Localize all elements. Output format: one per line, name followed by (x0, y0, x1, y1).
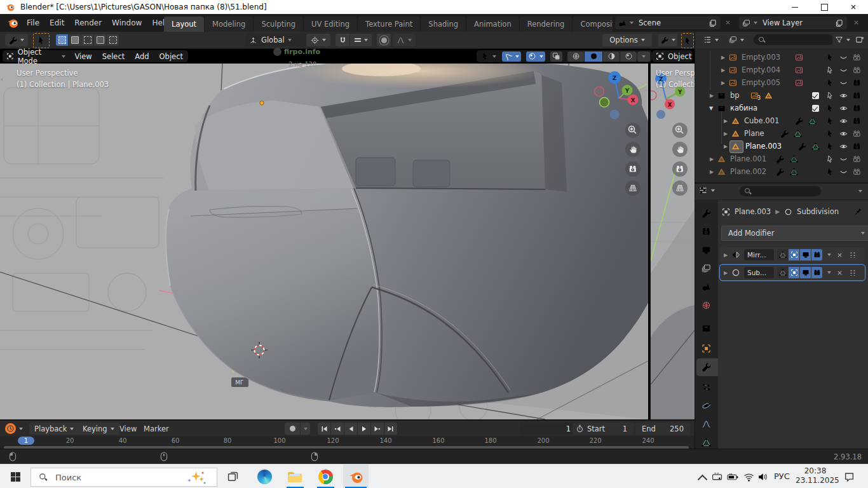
expand-icon[interactable]: ▶ (722, 118, 729, 124)
render-disable-icon[interactable] (851, 53, 862, 62)
shading-material-button[interactable] (603, 51, 620, 62)
tray-battery-icon[interactable] (727, 471, 739, 482)
render-enable-icon[interactable] (851, 104, 862, 112)
taskbar-search-box[interactable]: Поиск (31, 468, 217, 487)
collapse-icon[interactable]: ▼ (708, 105, 714, 111)
modifier-extras-dropdown[interactable] (827, 271, 831, 274)
task-view-button[interactable] (220, 464, 245, 488)
workspace-tab-sculpting[interactable]: Sculpting (254, 17, 303, 32)
outliner-search-input[interactable] (754, 34, 834, 45)
pin-icon[interactable] (854, 207, 862, 215)
on-cage-toggle[interactable] (777, 267, 788, 278)
on-cage-toggle[interactable] (777, 249, 788, 261)
selectable-icon[interactable] (825, 117, 835, 125)
outliner-row-plane-003[interactable]: ▶ Plane.003 (695, 140, 868, 152)
marker-menu[interactable]: Marker (144, 424, 169, 433)
menu-window[interactable]: Window (107, 18, 147, 27)
hide-icon[interactable] (838, 168, 848, 176)
expand-icon[interactable]: ▶ (709, 93, 715, 98)
hide-icon[interactable] (838, 79, 848, 87)
overlays-toggle[interactable] (526, 51, 545, 62)
selectable-icon[interactable] (825, 104, 835, 112)
timeline-ruler[interactable]: 20 40 60 80 100 120 140 160 180 200 220 … (0, 436, 695, 445)
breadcrumb-modifier[interactable]: Subdivision (797, 207, 839, 216)
viewport-menu-object[interactable]: Object (154, 52, 188, 61)
expand-icon[interactable]: ▶ (722, 144, 729, 149)
realtime-toggle[interactable] (800, 249, 811, 261)
viewport-3d[interactable]: ПУТЕШЕСТВУЙТЕ С ПОЛНОЙ КОМПЛЕКТАЦИЕЙ Смо… (0, 64, 648, 419)
playhead[interactable]: 1 (18, 437, 34, 445)
tab-physics[interactable] (702, 401, 711, 410)
render-disable-icon[interactable] (851, 168, 862, 176)
tab-output[interactable] (702, 245, 711, 255)
proportional-editing-toggle[interactable] (377, 34, 391, 46)
hide-icon[interactable] (838, 92, 848, 100)
workspace-tab-texture-paint[interactable]: Texture Paint (358, 17, 420, 32)
search-highlights-icon[interactable] (187, 470, 207, 485)
shading-rendered-button[interactable] (620, 51, 637, 62)
keying-menu[interactable]: Keying (78, 423, 119, 435)
tab-scene[interactable] (702, 282, 711, 292)
viewport-menu-view[interactable]: View (69, 52, 97, 61)
selectable-icon[interactable] (825, 142, 835, 151)
view-layer-copy-icon[interactable] (835, 19, 843, 27)
maximize-button[interactable] (810, 0, 839, 14)
shading-wireframe-button[interactable] (567, 51, 584, 62)
hide-icon[interactable] (838, 66, 848, 74)
viewport2-tool-type-button[interactable] (658, 34, 677, 46)
select-mode-set-button[interactable] (56, 34, 68, 46)
tab-particles[interactable] (702, 383, 711, 392)
outliner-editor-type-button[interactable] (700, 34, 722, 46)
drag-handle[interactable] (850, 252, 857, 258)
shading-dropdown[interactable] (637, 51, 650, 62)
add-modifier-dropdown[interactable]: Add Modifier (721, 226, 868, 241)
scene-name[interactable]: Scene (639, 18, 661, 27)
frame-end-field[interactable]: End 250 (635, 423, 690, 435)
proportional-falloff-dropdown[interactable] (393, 34, 416, 46)
tray-volume-icon[interactable] (757, 471, 768, 482)
selectable-icon[interactable] (825, 53, 835, 62)
view-layer-selector[interactable]: View Layer (739, 17, 847, 29)
realtime-toggle[interactable] (800, 267, 811, 278)
tab-render[interactable] (702, 227, 711, 236)
playback-menu[interactable]: Playback (29, 423, 79, 435)
render-disable-icon[interactable] (851, 66, 862, 74)
edit-mode-toggle[interactable] (789, 267, 799, 278)
play-reverse-button[interactable] (344, 423, 357, 435)
tray-chevron-icon[interactable] (698, 475, 708, 485)
tab-modifiers[interactable] (702, 362, 711, 372)
modifier-name-field[interactable]: Sub... (744, 267, 774, 278)
shading-solid-button[interactable] (585, 51, 602, 62)
workspace-tab-modeling[interactable]: Modeling (205, 17, 253, 32)
properties-editor-type-button[interactable] (698, 186, 715, 195)
new-collection-button[interactable] (855, 35, 864, 44)
tool-settings-type-button[interactable] (5, 34, 28, 46)
snap-target-dropdown[interactable] (350, 34, 372, 46)
selectable-icon[interactable] (825, 92, 835, 100)
tab-world[interactable] (702, 301, 711, 310)
tray-clock[interactable]: 20:38 23.11.2025 (796, 466, 835, 485)
workspace-tab-rendering[interactable]: Rendering (520, 17, 573, 32)
drag-handle[interactable] (850, 269, 857, 276)
outliner-row-bp-collection[interactable]: ▶ bp 3 (695, 89, 868, 102)
hide-icon[interactable] (838, 130, 848, 138)
render-enable-icon[interactable] (851, 142, 862, 151)
modifier-extras-dropdown[interactable] (827, 254, 831, 256)
expand-icon[interactable]: ▶ (722, 131, 729, 137)
edit-mode-toggle[interactable] (789, 249, 799, 261)
tab-constraints[interactable] (702, 419, 711, 429)
tray-wifi-icon[interactable] (743, 471, 754, 482)
minimize-button[interactable] (780, 0, 810, 14)
properties-options-dropdown[interactable] (858, 190, 862, 193)
view-layer-name[interactable]: View Layer (763, 18, 803, 27)
tab-view-layer[interactable] (702, 264, 711, 273)
active-tool-button[interactable] (33, 33, 50, 48)
blender-logo-icon[interactable] (6, 17, 19, 29)
options-dropdown[interactable]: Options (602, 34, 652, 46)
expand-icon[interactable]: ▶ (709, 156, 715, 162)
transform-orientation-dropdown[interactable]: Global (245, 34, 308, 46)
menu-render[interactable]: Render (69, 18, 107, 27)
tab-tool[interactable] (702, 208, 711, 218)
workspace-tab-uv-editing[interactable]: UV Editing (304, 17, 357, 32)
modifier-row-subdivision[interactable]: ▶ Sub... (720, 265, 865, 280)
